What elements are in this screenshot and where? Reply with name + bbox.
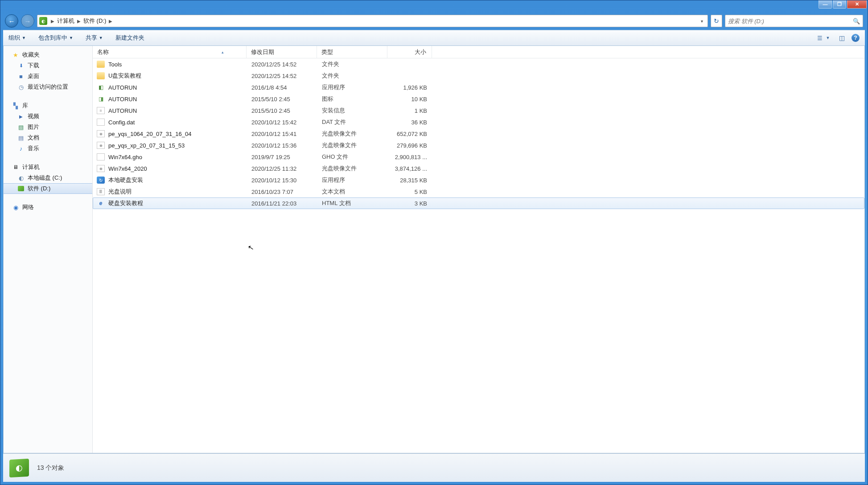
search-box[interactable]: 🔍 [725,15,863,27]
file-date: 2016/11/21 22:03 [247,200,317,207]
help-button[interactable]: ? [852,34,860,42]
preview-pane-button[interactable]: ◫ [836,33,847,43]
file-row[interactable]: U盘安装教程2020/12/25 14:52文件夹 [93,70,864,82]
sidebar-label: 图片 [28,123,39,131]
search-icon[interactable]: 🔍 [853,18,860,25]
file-name: Config.dat [108,119,135,126]
maximize-button[interactable]: ❐ [833,0,846,8]
back-button[interactable]: ← [5,14,18,28]
chevron-down-icon: ▼ [826,36,830,40]
music-icon [17,145,25,152]
file-row[interactable]: Win7x64.gho2019/9/7 19:25GHO 文件2,900,813… [93,151,864,163]
minimize-button[interactable]: — [819,0,832,8]
file-date: 2016/10/23 7:07 [247,189,317,195]
file-row[interactable]: Config.dat2020/10/12 15:42DAT 文件36 KB [93,116,864,128]
file-name: AUTORUN [108,84,137,91]
sidebar-favorites-header[interactable]: 收藏夹 [4,49,92,60]
sidebar-documents[interactable]: 文档 [4,132,92,143]
sidebar-label: 下载 [28,62,39,70]
file-type: 应用程序 [317,83,388,91]
sidebar-network-header[interactable]: 网络 [4,202,92,213]
toolbar-organize-label: 组织 [8,34,20,42]
sidebar-label: 计算机 [22,163,40,171]
list-view-icon: ☰ [817,35,823,41]
search-input[interactable] [728,18,853,25]
chevron-right-icon[interactable]: ▶ [48,19,57,24]
file-name: AUTORUN [108,96,137,103]
file-type: 应用程序 [317,176,388,184]
disk-icon [17,174,25,181]
star-icon [12,51,20,58]
file-type: 图标 [317,95,388,103]
file-name: U盘安装教程 [108,72,141,80]
column-size[interactable]: 大小 [387,46,432,58]
file-name: Win7x64.gho [108,154,142,160]
forward-button[interactable]: → [21,14,34,28]
iso-icon [97,130,105,137]
folder-icon [97,72,105,79]
sidebar-libraries-header[interactable]: 库 [4,100,92,111]
file-type: 光盘映像文件 [317,164,388,173]
sidebar-recent-places[interactable]: 最近访问的位置 [4,82,92,92]
sidebar-videos[interactable]: 视频 [4,111,92,122]
status-text: 13 个对象 [37,464,64,472]
file-list[interactable]: Tools2020/12/25 14:52文件夹U盘安装教程2020/12/25… [93,58,864,453]
sidebar-local-disk-c[interactable]: 本地磁盘 (C:) [4,173,92,183]
refresh-button[interactable]: ↻ [711,15,722,27]
column-headers: 名称 ▴ 修改日期 类型 大小 [93,46,864,58]
sidebar-computer-header[interactable]: 计算机 [4,162,92,173]
toolbar-share-label: 共享 [86,34,97,42]
dat-icon [97,119,105,126]
file-size: 28,315 KB [388,177,432,184]
chevron-right-icon[interactable]: ▶ [74,19,83,24]
toolbar-include-label: 包含到库中 [38,34,67,42]
file-type: 安装信息 [317,107,388,115]
toolbar-newfolder-label: 新建文件夹 [115,34,144,42]
file-area: 名称 ▴ 修改日期 类型 大小 Tools2020/12/25 14:52文件夹… [93,46,864,453]
file-date: 2020/12/25 14:52 [247,61,317,68]
file-row[interactable]: pe_yqs_1064_20_07_31_16_042020/10/12 15:… [93,128,864,140]
sidebar-favorites-group: 收藏夹 下载 桌面 最近访问的位置 [4,49,92,92]
column-type[interactable]: 类型 [317,46,387,58]
column-label: 名称 [97,48,109,56]
file-row[interactable]: Tools2020/12/25 14:52文件夹 [93,58,864,70]
file-name: Win7x64_2020 [108,165,147,172]
column-name[interactable]: 名称 ▴ [93,46,247,58]
chevron-right-icon[interactable]: ▶ [106,19,115,24]
file-row[interactable]: AUTORUN2016/1/8 4:54应用程序1,926 KB [93,82,864,93]
file-row[interactable]: AUTORUN2015/5/10 2:45安装信息1 KB [93,105,864,116]
sidebar-music[interactable]: 音乐 [4,143,92,154]
file-row[interactable]: Win7x64_20202020/12/25 11:32光盘映像文件3,874,… [93,163,864,174]
navigation-row: ← → ◐ ▶ 计算机 ▶ 软件 (D:) ▶ ▾ ↻ 🔍 [0,12,868,30]
toolbar-organize[interactable]: 组织 ▼ [8,34,26,42]
file-size: 1 KB [388,107,432,114]
file-row[interactable]: 硬盘安装教程2016/11/21 22:03HTML 文档3 KB [93,197,864,209]
toolbar-share[interactable]: 共享 ▼ [86,34,103,42]
breadcrumb-computer[interactable]: 计算机 [57,17,74,25]
file-row[interactable]: pe_yqs_xp_20_07_31_15_532020/10/12 15:36… [93,140,864,151]
sidebar-label: 本地磁盘 (C:) [28,174,62,182]
toolbar-include-in-library[interactable]: 包含到库中 ▼ [38,34,73,42]
file-row[interactable]: 本地硬盘安装2020/10/12 15:30应用程序28,315 KB [93,174,864,186]
breadcrumb[interactable]: ◐ ▶ 计算机 ▶ 软件 (D:) ▶ ▾ [37,15,708,27]
close-button[interactable]: ✕ [847,0,867,8]
sidebar-software-d[interactable]: 软件 (D:) [4,183,92,194]
column-date[interactable]: 修改日期 [247,46,317,58]
column-label: 大小 [415,48,426,56]
file-row[interactable]: AUTORUN2015/5/10 2:45图标10 KB [93,93,864,105]
toolbar-new-folder[interactable]: 新建文件夹 [115,34,144,42]
view-mode-button[interactable]: ☰ ▼ [815,33,832,43]
breadcrumb-dropdown[interactable]: ▾ [698,19,706,24]
download-icon [17,62,25,69]
sidebar-computer-group: 计算机 本地磁盘 (C:) 软件 (D:) [4,162,92,194]
sidebar-downloads[interactable]: 下载 [4,60,92,71]
sidebar-pictures[interactable]: 图片 [4,122,92,132]
inf-icon [97,107,105,114]
file-size: 652,072 KB [388,131,432,137]
sidebar-desktop[interactable]: 桌面 [4,71,92,82]
sidebar-libraries-group: 库 视频 图片 文档 音乐 [4,100,92,154]
file-name: pe_yqs_xp_20_07_31_15_53 [108,142,185,149]
file-row[interactable]: 光盘说明2016/10/23 7:07文本文档5 KB [93,186,864,197]
breadcrumb-drive[interactable]: 软件 (D:) [83,17,106,25]
sidebar-network-group: 网络 [4,202,92,213]
